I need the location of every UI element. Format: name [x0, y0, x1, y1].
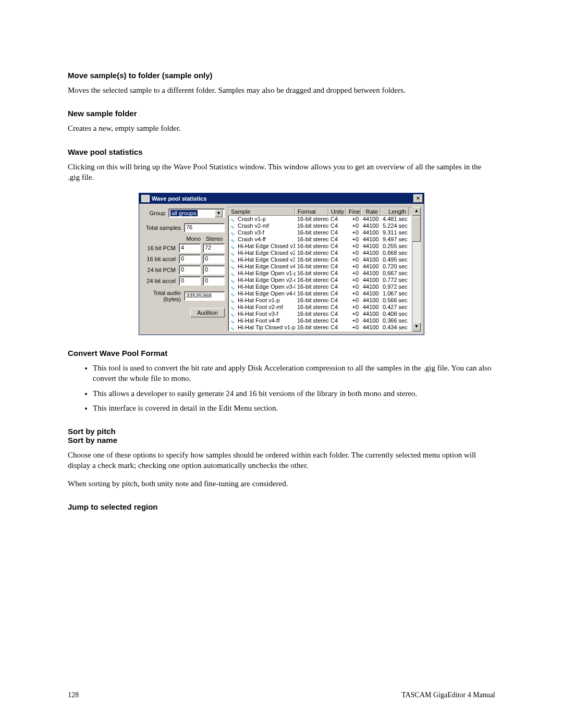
cell-format: 16-bit stereo — [295, 283, 328, 290]
manual-title: TASCAM GigaEditor 4 Manual — [401, 691, 495, 699]
table-row[interactable]: Hi-Hat Edge Closed v4-ff16-bit stereoC4+… — [228, 263, 411, 270]
cell-unity: C4 — [328, 243, 346, 250]
cell-format: 16-bit stereo — [295, 250, 328, 256]
cell-rate: 44100 — [361, 304, 381, 311]
table-row[interactable]: Crash v1-p16-bit stereoC4+0441004.481 se… — [228, 216, 411, 223]
pcm16-label: 16 bit PCM — [142, 245, 179, 251]
cell-rate: 44100 — [361, 236, 381, 243]
sample-list-scrollbar[interactable]: ▲ ▼ — [412, 207, 421, 331]
heading-new-folder: New sample folder — [68, 109, 495, 118]
scroll-up-icon[interactable]: ▲ — [412, 207, 421, 216]
cell-format: 16-bit stereo — [295, 270, 328, 277]
accel16-label: 16 bit accel — [142, 256, 179, 262]
cell-length: 0.566 sec — [381, 297, 409, 304]
pcm24-label: 24 bit PCM — [142, 267, 179, 273]
cell-length: 0.667 sec — [381, 270, 409, 277]
chevron-down-icon[interactable]: ▼ — [215, 209, 223, 217]
dialog-title: Wave pool statistics — [152, 195, 206, 202]
heading-jump: Jump to selected region — [68, 502, 495, 511]
cell-format: 16-bit stereo — [295, 256, 328, 263]
close-button[interactable]: × — [413, 194, 423, 203]
cell-sample: Hi-Hat Edge Closed v4-ff — [238, 263, 295, 269]
col-fine[interactable]: Fine — [346, 207, 361, 216]
wave-icon — [230, 291, 237, 297]
cell-rate: 44100 — [361, 290, 381, 297]
cell-sample: Hi-Hat Foot v2-mf — [238, 304, 283, 310]
pcm24-stereo-value: 0 — [203, 265, 225, 275]
table-row[interactable]: Crash v3-f16-bit stereoC4+0441009.311 se… — [228, 229, 411, 236]
col-length[interactable]: Length — [381, 207, 409, 216]
cell-sample: Crash v4-ff — [238, 236, 266, 242]
cell-fine: +0 — [346, 317, 361, 324]
table-row[interactable]: Crash v2-mf16-bit stereoC4+0441005.224 s… — [228, 223, 411, 229]
table-row[interactable]: Hi-Hat Foot v3-f16-bit stereoC4+0441000.… — [228, 311, 411, 317]
scroll-track[interactable] — [412, 216, 421, 323]
cell-unity: C4 — [328, 317, 346, 324]
heading-move-samples: Move sample(s) to folder (sample only) — [68, 71, 495, 80]
cell-fine: +0 — [346, 256, 361, 263]
wave-icon — [230, 237, 237, 242]
cell-unity: C4 — [328, 311, 346, 317]
heading-sort-pitch: Sort by pitch — [68, 427, 495, 436]
audition-button[interactable]: Audition — [190, 308, 225, 317]
scroll-thumb[interactable] — [412, 216, 421, 242]
col-unity[interactable]: Unity — [328, 207, 346, 216]
cell-fine: +0 — [346, 270, 361, 277]
table-row[interactable]: Hi-Hat Edge Open v3-f16-bit stereoC4+044… — [228, 283, 411, 290]
cell-format: 16-bit stereo — [295, 290, 328, 297]
dialog-titlebar[interactable]: Wave pool statistics × — [139, 193, 424, 204]
cell-length: 0.772 sec — [381, 277, 409, 283]
col-format[interactable]: Format — [295, 207, 328, 216]
wave-icon — [230, 285, 237, 290]
cell-fine: +0 — [346, 223, 361, 229]
cell-format: 16-bit stereo — [295, 223, 328, 229]
table-row[interactable]: Hi-Hat Foot v1-p16-bit stereoC4+0441000.… — [228, 297, 411, 304]
heading-convert: Convert Wave Pool Format — [68, 349, 495, 357]
heading-wavepool-stats: Wave pool statistics — [68, 147, 495, 156]
accel24-stereo-value: 0 — [203, 276, 225, 286]
accel16-mono-value: 0 — [179, 254, 201, 264]
cell-sample: Hi-Hat Foot v3-f — [238, 311, 278, 317]
scroll-down-icon[interactable]: ▼ — [412, 323, 421, 331]
cell-format: 16-bit stereo — [295, 277, 328, 283]
sample-list[interactable]: Sample Format Unity Fine Rate Length Cra… — [228, 207, 412, 331]
table-row[interactable]: Hi-Hat Foot v4-ff16-bit stereoC4+0441000… — [228, 317, 411, 324]
cell-format: 16-bit stereo — [295, 311, 328, 317]
heading-sort-name: Sort by name — [68, 436, 495, 445]
col-sample[interactable]: Sample — [228, 207, 295, 216]
group-dropdown[interactable]: all groups ▼ — [168, 208, 225, 218]
text-wavepool-stats: Clicking on this will bring up the Wave … — [68, 162, 495, 183]
cell-fine: +0 — [346, 283, 361, 290]
table-row[interactable]: Hi-Hat Edge Open v2-mf16-bit stereoC4+04… — [228, 277, 411, 283]
mono-col-label: Mono — [183, 236, 204, 242]
cell-length: 0.434 sec — [381, 324, 409, 331]
cell-unity: C4 — [328, 297, 346, 304]
table-row[interactable]: Hi-Hat Foot v2-mf16-bit stereoC4+0441000… — [228, 304, 411, 311]
table-row[interactable]: Hi-Hat Edge Closed v3-f16-bit stereoC4+0… — [228, 256, 411, 263]
col-rate[interactable]: Rate — [361, 207, 381, 216]
cell-fine: +0 — [346, 311, 361, 317]
table-row[interactable]: Crash v4-ff16-bit stereoC4+0441009.497 s… — [228, 236, 411, 243]
table-row[interactable]: Hi-Hat Edge Closed v1-p16-bit stereoC4+0… — [228, 243, 411, 250]
cell-length: 9.311 sec — [381, 229, 409, 236]
cell-unity: C4 — [328, 270, 346, 277]
table-row[interactable]: Hi-Hat Edge Closed v2-mf16-bit stereoC4+… — [228, 250, 411, 256]
cell-sample: Crash v2-mf — [238, 223, 269, 229]
cell-fine: +0 — [346, 250, 361, 256]
table-row[interactable]: Hi-Hat Tip Closed v1-p16-bit stereoC4+04… — [228, 324, 411, 331]
cell-rate: 44100 — [361, 297, 381, 304]
cell-rate: 44100 — [361, 216, 381, 223]
cell-fine: +0 — [346, 229, 361, 236]
cell-unity: C4 — [328, 283, 346, 290]
cell-format: 16-bit stereo — [295, 236, 328, 243]
table-row[interactable]: Hi-Hat Edge Open v1-p16-bit stereoC4+044… — [228, 270, 411, 277]
cell-length: 0.720 sec — [381, 263, 409, 270]
cell-rate: 44100 — [361, 256, 381, 263]
table-row[interactable]: Hi-Hat Edge Open v4-ff16-bit stereoC4+04… — [228, 290, 411, 297]
cell-length: 0.255 sec — [381, 243, 409, 250]
cell-unity: C4 — [328, 304, 346, 311]
text-move-samples: Moves the selected sample to a different… — [68, 85, 495, 95]
cell-fine: +0 — [346, 304, 361, 311]
pcm16-stereo-value: 72 — [203, 243, 225, 253]
stereo-col-label: Stereo — [204, 236, 225, 242]
